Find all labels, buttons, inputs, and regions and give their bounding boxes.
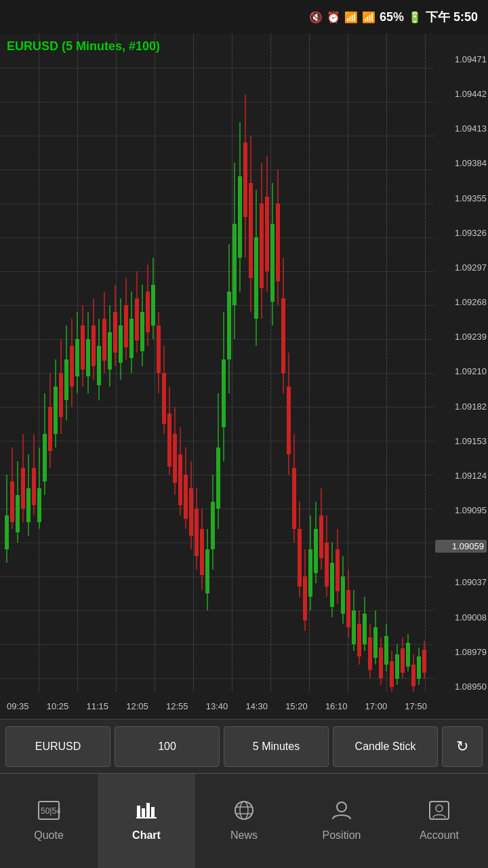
svg-rect-63 — [173, 434, 177, 483]
svg-rect-49 — [135, 298, 139, 340]
time-label: 12:55 — [166, 701, 188, 711]
svg-rect-73 — [200, 529, 204, 575]
svg-rect-61 — [167, 414, 171, 467]
svg-rect-151 — [411, 665, 415, 686]
svg-rect-83 — [227, 292, 231, 359]
price-label: 1.09124 — [435, 471, 487, 481]
quote-icon: 50|54 — [37, 800, 60, 825]
nav-chart-label: Chart — [132, 829, 161, 842]
svg-point-169 — [436, 805, 443, 812]
time-label: 17:00 — [365, 701, 388, 711]
svg-rect-15 — [43, 434, 47, 481]
svg-rect-53 — [146, 292, 150, 332]
price-label: 1.09326 — [435, 228, 487, 238]
time-label: 12:05 — [126, 701, 148, 711]
time-label: 09:35 — [7, 701, 29, 711]
svg-rect-103 — [281, 298, 285, 373]
nav-quote[interactable]: 50|54 Quote — [0, 774, 98, 869]
svg-rect-139 — [379, 648, 383, 678]
price-label: 1.09355 — [435, 193, 487, 203]
svg-rect-125 — [341, 576, 345, 614]
price-label: 1.09153 — [435, 436, 487, 446]
svg-rect-29 — [81, 326, 85, 370]
svg-rect-51 — [140, 312, 144, 351]
svg-rect-17 — [48, 407, 52, 451]
svg-rect-11 — [32, 468, 36, 505]
svg-rect-89 — [243, 142, 247, 217]
svg-rect-1 — [5, 515, 9, 549]
time-label: 11:15 — [86, 701, 108, 711]
price-label: 1.09095 — [435, 505, 487, 515]
time-label: 10:25 — [47, 701, 69, 711]
svg-rect-57 — [157, 326, 161, 373]
chart-nav-icon — [135, 800, 158, 825]
svg-rect-71 — [195, 509, 199, 556]
time-axis: 09:35 10:25 11:15 12:05 12:55 13:40 14:3… — [0, 693, 434, 719]
svg-rect-3 — [10, 481, 14, 522]
svg-rect-141 — [384, 636, 388, 665]
svg-rect-65 — [178, 454, 182, 505]
mute-icon: 🔇 — [309, 11, 323, 24]
svg-rect-33 — [92, 326, 96, 366]
chart-type-button[interactable]: Candle Stick — [333, 726, 438, 767]
price-label: 1.09037 — [435, 577, 487, 587]
svg-rect-23 — [64, 359, 68, 400]
status-icons: 🔇 ⏰ 📶 📶 65% 🔋 下午 5:50 — [309, 9, 478, 25]
battery-icon: 🔋 — [408, 11, 422, 24]
svg-rect-93 — [254, 237, 258, 319]
svg-rect-135 — [368, 637, 372, 670]
refresh-button[interactable]: ↻ — [442, 726, 483, 767]
amount-button[interactable]: 100 — [115, 726, 220, 767]
svg-rect-59 — [162, 373, 166, 424]
time-label: 14:30 — [245, 701, 268, 711]
svg-rect-35 — [97, 346, 101, 385]
svg-rect-105 — [287, 387, 291, 454]
svg-rect-147 — [401, 648, 405, 673]
svg-point-163 — [235, 802, 253, 819]
nav-chart[interactable]: Chart — [98, 774, 195, 869]
svg-rect-158 — [137, 806, 140, 818]
price-axis: 1.09471 1.09442 1.09413 1.09384 1.09355 … — [434, 34, 488, 719]
svg-rect-91 — [249, 183, 253, 278]
svg-rect-159 — [142, 808, 145, 818]
price-label: 1.09413 — [435, 123, 487, 134]
price-label: 1.09239 — [435, 332, 487, 342]
svg-rect-168 — [430, 802, 449, 819]
svg-rect-129 — [352, 610, 356, 644]
svg-rect-123 — [336, 549, 340, 591]
svg-rect-5 — [16, 495, 20, 532]
timeframe-button[interactable]: 5 Minutes — [224, 726, 329, 767]
svg-rect-131 — [357, 624, 361, 656]
status-bar: 🔇 ⏰ 📶 📶 65% 🔋 下午 5:50 — [0, 0, 488, 34]
svg-rect-75 — [205, 549, 209, 593]
svg-rect-9 — [26, 488, 30, 522]
svg-rect-137 — [373, 627, 378, 658]
svg-rect-101 — [276, 203, 280, 281]
svg-rect-99 — [270, 224, 274, 302]
chart-container[interactable]: EURUSD (5 Minutes, #100) — [0, 34, 488, 719]
svg-rect-121 — [330, 563, 334, 607]
svg-rect-127 — [346, 590, 350, 627]
bottom-nav: 50|54 Quote Chart News — [0, 773, 488, 868]
price-label: 1.09384 — [435, 158, 487, 168]
wifi-icon: 📶 — [344, 11, 358, 24]
nav-news-label: News — [230, 829, 258, 842]
time-label: 13:40 — [206, 701, 228, 711]
nav-position[interactable]: Position — [293, 774, 390, 869]
svg-rect-97 — [265, 197, 269, 271]
svg-rect-160 — [146, 803, 150, 818]
nav-news[interactable]: News — [195, 774, 293, 869]
svg-rect-27 — [75, 339, 79, 376]
battery-level: 65% — [380, 10, 404, 24]
nav-account[interactable]: Account — [390, 774, 488, 869]
alarm-icon: ⏰ — [327, 11, 340, 24]
svg-rect-81 — [222, 359, 226, 427]
price-label: 1.08950 — [435, 682, 487, 692]
symbol-button[interactable]: EURUSD — [5, 726, 110, 767]
svg-rect-133 — [363, 614, 367, 644]
toolbar: EURUSD 100 5 Minutes Candle Stick ↻ — [0, 719, 488, 773]
svg-rect-47 — [129, 319, 134, 358]
svg-rect-69 — [189, 488, 193, 536]
candlestick-chart — [0, 54, 434, 692]
svg-rect-111 — [303, 576, 307, 620]
